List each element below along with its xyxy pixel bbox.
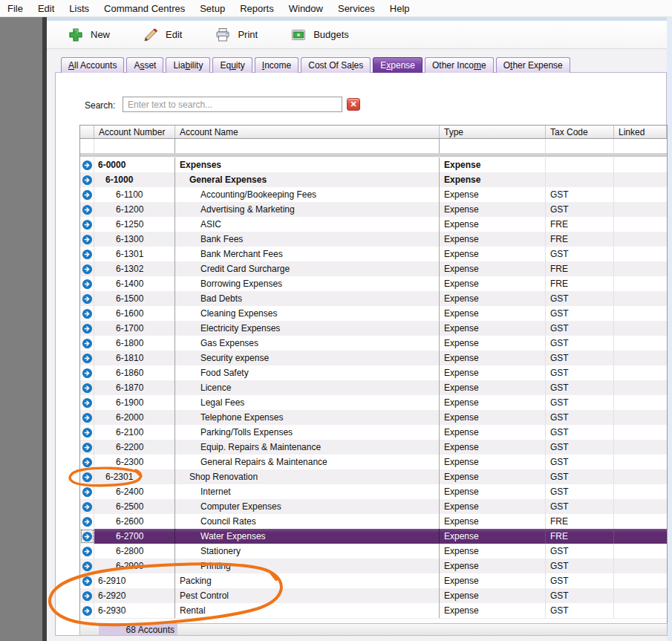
blue-circle-arrow-icon[interactable] [82,427,93,438]
blue-circle-arrow-icon[interactable] [82,323,93,334]
blue-circle-arrow-icon[interactable] [82,293,93,305]
row-icon-cell [80,499,94,514]
blue-circle-arrow-icon[interactable] [82,442,93,453]
table-row-6-1900[interactable]: 6-1900Legal FeesExpenseGST [80,395,667,410]
search-input[interactable] [123,97,342,112]
blue-circle-arrow-icon[interactable] [82,175,93,186]
menu-item-setup[interactable]: Setup [192,0,232,16]
table-row-6-2500[interactable]: 6-2500Computer ExpensesExpenseGST [80,499,667,514]
print-button[interactable]: Print [212,25,261,45]
budgets-button[interactable]: Budgets [287,25,352,45]
column-header-type[interactable]: Type [440,126,546,138]
blue-circle-arrow-icon[interactable] [82,472,93,483]
tab-expense[interactable]: Expense [373,57,423,73]
column-header-tax_code[interactable]: Tax Code [546,126,614,138]
table-row-6-2700[interactable]: 6-2700Water ExpensesExpenseFRE [80,529,667,544]
table-row-6-1400[interactable]: 6-1400Borrowing ExpensesExpenseFRE [80,276,667,291]
blue-circle-arrow-icon[interactable] [82,457,93,468]
blue-circle-arrow-icon[interactable] [82,234,93,245]
table-row-6-1200[interactable]: 6-1200Advertising & MarketingExpenseGST [80,202,667,217]
menu-item-window[interactable]: Window [281,0,330,16]
menu-item-help[interactable]: Help [382,0,417,16]
linked-cell [614,217,667,232]
table-row-6-1300[interactable]: 6-1300Bank FeesExpenseFRE [80,232,667,247]
blue-circle-arrow-icon[interactable] [82,160,93,171]
table-row-6-2800[interactable]: 6-2800StationeryExpenseGST [80,544,667,559]
blue-circle-arrow-icon[interactable] [82,561,93,572]
blue-circle-arrow-icon[interactable] [82,264,93,275]
column-header-number[interactable]: Account Number [94,126,175,138]
menu-item-services[interactable]: Services [330,0,382,16]
table-row-6-2600[interactable]: 6-2600Council RatesExpenseFRE [80,514,667,529]
blue-circle-arrow-icon[interactable] [82,412,93,423]
blue-circle-arrow-icon[interactable] [82,219,93,230]
table-row-6-1810[interactable]: 6-1810Security expenseExpenseGST [80,351,667,365]
column-header-name[interactable]: Account Name [175,126,440,138]
blue-circle-arrow-icon[interactable] [82,308,93,319]
column-header-icon[interactable] [80,126,94,138]
table-row-6-1250[interactable]: 6-1250ASICExpenseFRE [80,217,667,232]
new-button[interactable]: New [65,25,113,45]
blue-circle-arrow-icon[interactable] [82,383,93,394]
table-row-6-1500[interactable]: 6-1500Bad DebtsExpenseGST [80,291,667,306]
blue-circle-arrow-icon[interactable] [82,487,93,498]
blue-circle-arrow-icon[interactable] [82,353,93,364]
tab-liability[interactable]: Liability [166,57,210,73]
table-row-6-2400[interactable]: 6-2400InternetExpenseGST [80,484,667,499]
tab-asset[interactable]: Asset [126,57,163,73]
account-type-cell: Expense [440,544,546,559]
table-row-6-1301[interactable]: 6-1301Bank Merchant FeesExpenseGST [80,247,667,261]
table-row-6-1800[interactable]: 6-1800Gas ExpensesExpenseGST [80,336,667,351]
table-row-6-2900[interactable]: 6-2900PrintingExpenseGST [80,559,667,573]
table-row-6-2910[interactable]: 6-2910PackingExpenseGST [80,573,667,588]
table-row-6-2920[interactable]: 6-2920Pest ControlExpenseGST [80,588,667,603]
table-row-6-1700[interactable]: 6-1700Electricity ExpensesExpenseGST [80,321,667,336]
blue-circle-arrow-icon[interactable] [82,516,93,527]
menu-item-file[interactable]: File [0,0,30,16]
table-row-6-1100[interactable]: 6-1100Accounting/Bookeeping FeesExpenseG… [80,187,667,202]
tab-all-accounts[interactable]: All Accounts [61,57,124,73]
clear-search-button[interactable]: ✕ [347,98,360,111]
table-row-6-1870[interactable]: 6-1870LicenceExpenseGST [80,380,667,395]
blue-circle-arrow-icon[interactable] [82,204,93,215]
tab-other-income[interactable]: Other Income [425,57,494,73]
table-row-6-1000[interactable]: 6-1000General ExpensesExpense [80,172,667,187]
blue-circle-arrow-icon[interactable] [82,605,93,616]
blue-circle-arrow-icon[interactable] [82,501,93,513]
table-row-6-0000[interactable]: 6-0000ExpensesExpense [80,157,667,172]
account-number-cell: 6-1810 [94,351,175,365]
tab-other-expense[interactable]: Other Expense [496,57,570,73]
blue-circle-arrow-icon[interactable] [82,279,93,290]
table-row-6-1302[interactable]: 6-1302Credit Card SurchargeExpenseFRE [80,261,667,276]
menu-item-edit[interactable]: Edit [30,0,62,16]
column-header-linked[interactable]: Linked [614,126,667,138]
table-row-6-1860[interactable]: 6-1860Food SafetyExpenseGST [80,365,667,380]
table-row-6-2200[interactable]: 6-2200Equip. Repairs & MaintenanceExpens… [80,440,667,455]
table-row-6-2930[interactable]: 6-2930RentalExpenseGST [80,603,667,618]
blue-circle-arrow-icon[interactable] [82,546,93,557]
blue-circle-arrow-icon[interactable] [82,368,93,379]
table-row-6-1600[interactable]: 6-1600Cleaning ExpensesExpenseGST [80,306,667,321]
tab-equity[interactable]: Equity [212,57,252,73]
printer-icon [215,27,231,43]
menu-item-reports[interactable]: Reports [232,0,281,16]
edit-button[interactable]: Edit [140,25,185,45]
blue-circle-arrow-icon[interactable] [82,531,93,542]
table-row-6-2000[interactable]: 6-2000Telephone ExpensesExpenseGST [80,410,667,425]
account-number-cell: 6-1000 [94,172,175,187]
tax-code-cell: GST [546,573,614,588]
table-row-6-2300[interactable]: 6-2300General Repairs & MaintenanceExpen… [80,455,667,469]
blue-circle-arrow-icon[interactable] [82,590,93,602]
menu-item-lists[interactable]: Lists [62,0,97,16]
blue-circle-arrow-icon[interactable] [82,249,93,260]
blue-circle-arrow-icon[interactable] [82,576,93,587]
table-row-6-2100[interactable]: 6-2100Parking/Tolls ExpensesExpenseGST [80,425,667,440]
tab-cost-of-sales[interactable]: Cost Of Sales [301,57,371,73]
blue-circle-arrow-icon[interactable] [82,397,93,409]
blue-circle-arrow-icon[interactable] [82,189,93,201]
table-row-6-2301[interactable]: 6-2301Shop RenovationExpenseGST [80,469,667,484]
menu-item-command-centres[interactable]: Command Centres [97,0,192,16]
blue-circle-arrow-icon[interactable] [82,338,93,349]
tab-income[interactable]: Income [255,57,299,73]
linked-cell [614,187,667,202]
